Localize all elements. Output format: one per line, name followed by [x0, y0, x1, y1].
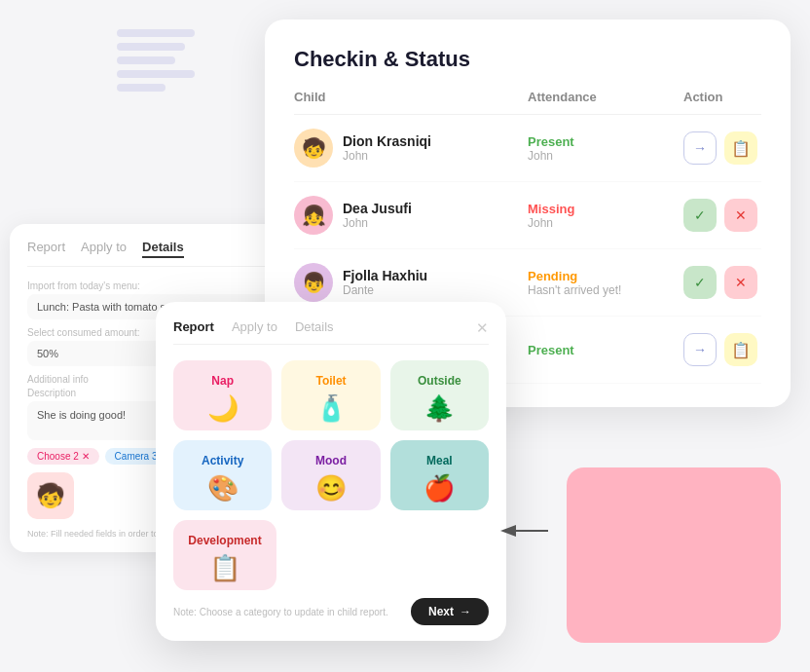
toilet-icon: 🧴: [315, 395, 347, 421]
avatar: 👦: [294, 263, 333, 302]
child-name: Dea Jusufi: [343, 201, 412, 216]
tab-details[interactable]: Details: [142, 240, 184, 258]
cat-toilet-label: Toilet: [315, 374, 346, 388]
consumed-value: 50%: [37, 348, 58, 359]
table-row: 👧 Dea Jusufi John Missing John ✓ ✕: [294, 182, 761, 249]
table-row: 🧒 Dion Krasniqi John Present John → 📋: [294, 115, 761, 182]
development-row: Development 📋: [173, 520, 489, 590]
clipboard-button[interactable]: 📋: [724, 333, 757, 366]
navigate-button[interactable]: →: [683, 131, 717, 165]
reject-button[interactable]: ✕: [724, 199, 757, 232]
attendance-cell: Present John: [528, 134, 683, 163]
cat-activity-label: Activity: [202, 454, 243, 467]
attendance-cell: Missing John: [528, 202, 683, 230]
child-info: 👦 Fjolla Haxhiu Dante: [294, 263, 528, 302]
details-avatar: 🧒: [27, 472, 74, 519]
category-activity[interactable]: Activity 🎨: [173, 440, 272, 510]
tag-choose[interactable]: Choose 2 ✕: [27, 448, 99, 465]
child-parent: John: [343, 216, 412, 230]
category-meal[interactable]: Meal 🍎: [390, 440, 489, 510]
next-button[interactable]: Next →: [411, 598, 489, 625]
attendance-status: Present: [528, 343, 683, 357]
cat-mood-label: Mood: [315, 454, 347, 467]
action-buttons: → 📋: [683, 131, 800, 165]
category-nap[interactable]: Nap 🌙: [173, 360, 272, 430]
cat-development-label: Development: [188, 534, 261, 547]
child-details: Fjolla Haxhiu Dante: [343, 268, 427, 297]
meal-icon: 🍎: [423, 475, 455, 501]
avatar: 👧: [294, 196, 333, 235]
child-name: Dion Krasniqi: [343, 133, 431, 149]
action-buttons: ✓ ✕: [683, 266, 800, 299]
tab-report[interactable]: Report: [173, 319, 214, 334]
category-outside[interactable]: Outside 🌲: [390, 360, 489, 430]
outside-icon: 🌲: [423, 395, 455, 421]
approve-button[interactable]: ✓: [683, 266, 717, 299]
child-name: Fjolla Haxhiu: [343, 268, 427, 283]
next-label: Next: [428, 605, 454, 618]
next-arrow-icon: →: [460, 605, 471, 618]
navigate-button[interactable]: →: [683, 333, 717, 366]
lines-decoration: [117, 29, 195, 97]
mood-icon: 😊: [315, 475, 347, 501]
child-info: 👧 Dea Jusufi John: [294, 196, 528, 235]
clipboard-button[interactable]: 📋: [724, 131, 757, 165]
category-mood[interactable]: Mood 😊: [281, 440, 380, 510]
report-tab-bar: Report Apply to Details ✕: [173, 319, 489, 345]
col-action: Action: [683, 90, 800, 104]
development-icon: 📋: [209, 555, 240, 580]
child-details: Dea Jusufi John: [343, 201, 412, 230]
attendance-sub: John: [528, 149, 683, 163]
category-development[interactable]: Development 📋: [173, 520, 276, 590]
child-info: 🧒 Dion Krasniqi John: [294, 129, 528, 168]
checkin-title: Checkin & Status: [294, 47, 761, 72]
report-footer: Note: Choose a category to update in chi…: [173, 598, 489, 625]
report-modal: Report Apply to Details ✕ Nap 🌙 Toilet 🧴…: [156, 302, 506, 641]
attendance-sub: Hasn't arrived yet!: [528, 283, 683, 297]
nap-icon: 🌙: [207, 395, 239, 421]
child-parent: Dante: [343, 283, 427, 297]
avatar: 🧒: [294, 129, 333, 168]
category-toilet[interactable]: Toilet 🧴: [281, 360, 380, 430]
close-icon[interactable]: ✕: [476, 319, 489, 337]
attendance-cell: Present: [528, 343, 683, 357]
col-child: Child: [294, 90, 528, 104]
tab-apply-to[interactable]: Apply to: [232, 319, 277, 334]
activity-icon: 🎨: [207, 475, 239, 501]
action-buttons: → 📋: [683, 333, 800, 366]
attendance-status: Present: [528, 134, 683, 149]
table-header: Child Attendance Action: [294, 90, 761, 115]
tab-report[interactable]: Report: [27, 240, 65, 258]
bg-decoration: [567, 467, 781, 643]
attendance-status: Missing: [528, 202, 683, 216]
attendance-sub: John: [528, 216, 683, 230]
action-buttons: ✓ ✕: [683, 199, 800, 232]
reject-button[interactable]: ✕: [724, 266, 757, 299]
report-note: Note: Choose a category to update in chi…: [173, 607, 388, 617]
tab-details[interactable]: Details: [295, 319, 334, 334]
col-attendance: Attendance: [528, 90, 683, 104]
attendance-cell: Pending Hasn't arrived yet!: [528, 269, 683, 297]
approve-button[interactable]: ✓: [683, 199, 717, 232]
categories-grid: Nap 🌙 Toilet 🧴 Outside 🌲 Activity 🎨 Mood…: [173, 360, 489, 510]
cat-nap-label: Nap: [211, 374, 234, 388]
tab-apply-to[interactable]: Apply to: [81, 240, 127, 258]
cat-outside-label: Outside: [418, 374, 461, 388]
cat-meal-label: Meal: [426, 454, 453, 467]
attendance-status: Pending: [528, 269, 683, 283]
child-details: Dion Krasniqi John: [343, 133, 431, 163]
child-parent: John: [343, 149, 431, 163]
